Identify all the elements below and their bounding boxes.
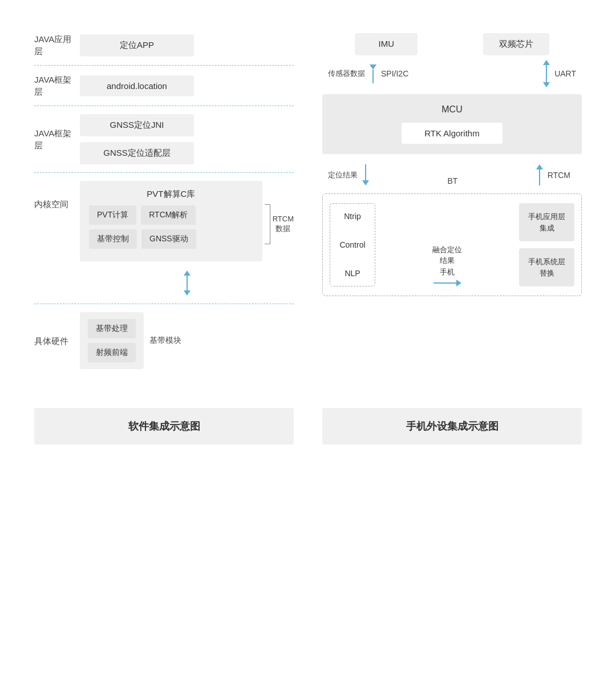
pvt-title: PVT解算C库: [89, 189, 253, 200]
spi-v-line: [372, 70, 374, 83]
pos-v-line: [365, 164, 366, 180]
imu-box: IMU: [355, 33, 418, 55]
baseband-ctrl-box: 基带控制: [89, 229, 137, 249]
left-section-kernel: 内核空间 PVT解算C库 PVT计算 RTCM解析 基带控制 GNSS驱动: [34, 176, 294, 266]
left-section-hardware: 具体硬件 基带处理 射频前端 基带模块: [34, 308, 294, 379]
phone-app-box: 手机应用层集成: [519, 203, 574, 241]
bt-label: BT: [447, 176, 457, 185]
divider2: [34, 102, 294, 110]
spi-down-arrow-head: [370, 64, 376, 70]
rtcm-up-head: [536, 164, 543, 169]
spi-arrow-col: [370, 64, 376, 83]
right-row1: IMU 双频芯片: [322, 23, 582, 55]
rtcm-right-arrow: [536, 164, 543, 185]
phone-peripheral-label: 手机外设集成示意图: [322, 408, 582, 445]
hardware-content: 基带处理 射频前端 基带模块: [80, 312, 181, 369]
bottom-labels: 软件集成示意图 手机外设集成示意图: [34, 408, 582, 445]
rtcm-side-label: RTCM 数据: [273, 215, 294, 234]
rtk-inner: RTK Algorithm: [402, 123, 502, 144]
left-section-java-fw1: JAVA框架层 android.location: [34, 69, 294, 102]
fusion-line2: 结果: [440, 256, 455, 265]
java-fw2-label: JAVA框架层: [34, 127, 80, 151]
software-integration-label: 软件集成示意图: [34, 408, 294, 445]
integration-layout: Ntrip Control NLP 融合定位 结果 手机: [330, 203, 574, 286]
arrow-up-head: [184, 270, 191, 276]
content-area: JAVA应用层 定位APP JAVA框架层 android.location: [34, 23, 582, 379]
kernel-row2: 基带控制 GNSS驱动: [89, 229, 253, 249]
pos-down-head: [362, 180, 369, 185]
fusion-h-line: [433, 282, 456, 284]
spi-label: SPI/I2C: [381, 69, 408, 78]
fusion-arrow: [433, 280, 461, 286]
uart-arrow-col: [543, 60, 550, 87]
baseband-proc-box: 基带处理: [88, 319, 136, 338]
positioning-arrow-col: 定位结果: [328, 164, 369, 185]
kernel-box: PVT解算C库 PVT计算 RTCM解析 基带控制 GNSS驱动: [80, 181, 262, 261]
java-app-label: JAVA应用层: [34, 33, 80, 57]
gnss-jni-box: GNSS定位JNI: [80, 114, 194, 136]
rtcm-right-label: RTCM: [548, 171, 570, 180]
phone-sys-box: 手机系统层替换: [519, 248, 574, 286]
nlp-item: NLP: [337, 269, 368, 278]
mcu-section: MCU RTK Algorithm: [322, 92, 582, 159]
kernel-content: PVT解算C库 PVT计算 RTCM解析 基带控制 GNSS驱动: [80, 181, 294, 261]
uart-area: UART: [543, 60, 576, 87]
right-arrows-area: 定位结果 BT RTCM: [322, 159, 582, 191]
positioning-arrow: [362, 164, 369, 185]
left-panel: JAVA应用层 定位APP JAVA框架层 android.location: [34, 23, 294, 379]
android-location-box: android.location: [80, 75, 194, 96]
left-section-java-fw2: JAVA框架层 GNSS定位JNI GNSS定位适配层: [34, 110, 294, 169]
uart-v-line: [546, 65, 547, 82]
uart-label: UART: [554, 69, 576, 78]
arrow-vert-line: [187, 276, 188, 290]
positioning-label: 定位结果: [328, 170, 358, 180]
fusion-arrow-head: [456, 280, 461, 286]
baseband-group-box: 基带处理 射频前端: [80, 312, 144, 369]
rtcm-bracket: RTCM 数据: [265, 201, 294, 247]
kernel-row1: PVT计算 RTCM解析: [89, 205, 253, 225]
java-fw1-content: android.location: [80, 75, 294, 96]
fusion-text: 融合定位 结果 手机: [432, 244, 462, 278]
uart-down-head: [543, 82, 550, 87]
kernel-hw-arrow: [80, 266, 294, 300]
bt-arrow-col: BT: [447, 176, 457, 185]
dual-freq-box: 双频芯片: [483, 33, 549, 55]
rtcm-text1: RTCM: [273, 215, 294, 223]
rtcm-parse-box: RTCM解析: [141, 205, 196, 225]
sensor-data-label: 传感器数据: [328, 68, 365, 79]
spi-area: 传感器数据 SPI/I2C: [328, 64, 408, 83]
uart-up-head: [543, 60, 550, 65]
java-fw1-label: JAVA框架层: [34, 74, 80, 98]
rtcm-arrow-col: RTCM: [536, 164, 570, 185]
divider1: [34, 62, 294, 69]
main-layout: JAVA应用层 定位APP JAVA框架层 android.location: [34, 23, 582, 445]
rtcm-text2: 数据: [275, 224, 290, 233]
mcu-outer: MCU RTK Algorithm: [322, 94, 582, 154]
fusion-line1: 融合定位: [432, 245, 462, 254]
pvt-calc-box: PVT计算: [89, 205, 136, 225]
baseband-module-label: 基带模块: [149, 336, 181, 346]
ntrip-item: Ntrip: [337, 212, 368, 221]
divider4: [34, 300, 294, 308]
ncn-box: Ntrip Control NLP: [330, 203, 375, 286]
hardware-label: 具体硬件: [34, 335, 80, 347]
fusion-line3: 手机: [440, 268, 455, 276]
gnss-adapt-box: GNSS定位适配层: [80, 142, 194, 164]
rf-front-box: 射频前端: [88, 343, 136, 362]
right-panel: IMU 双频芯片 传感器数据 SPI/I2C: [322, 23, 582, 379]
java-app-box: 定位APP: [80, 34, 194, 56]
mcu-title: MCU: [336, 104, 568, 115]
fusion-center: 融合定位 结果 手机: [381, 203, 513, 286]
left-section-java-app: JAVA应用层 定位APP: [34, 23, 294, 62]
bracket-right-line: [265, 204, 270, 244]
integration-outer-box: Ntrip Control NLP 融合定位 结果 手机: [322, 193, 582, 296]
control-item: Control: [337, 240, 368, 249]
java-fw2-content: GNSS定位JNI GNSS定位适配层: [80, 114, 294, 164]
arrow-down-head: [184, 290, 191, 296]
phone-boxes: 手机应用层集成 手机系统层替换: [519, 203, 574, 286]
java-app-content: 定位APP: [80, 34, 294, 56]
right-sensor-row: 传感器数据 SPI/I2C UART: [322, 55, 582, 92]
rtcm-v-line: [539, 169, 540, 185]
gnss-driver-box: GNSS驱动: [141, 229, 196, 249]
divider3: [34, 169, 294, 176]
